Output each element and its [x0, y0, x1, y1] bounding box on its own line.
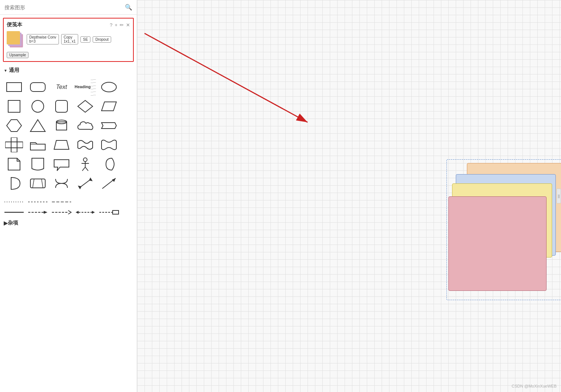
line-dotted-1[interactable] — [4, 198, 24, 206]
line-dotted-2[interactable] — [27, 198, 48, 206]
svg-line-20 — [85, 167, 88, 171]
notepad-edit-button[interactable]: ✏ — [120, 22, 124, 28]
shape-parallelogram[interactable] — [99, 97, 119, 115]
search-bar: 🔍 — [0, 0, 137, 15]
shape-rectangle[interactable] — [4, 78, 24, 96]
svg-rect-3 — [8, 100, 20, 112]
shape-rounded-square[interactable] — [51, 97, 72, 115]
misc-arrow-icon: ▶ — [4, 220, 8, 226]
shape-text[interactable]: Text — [51, 78, 72, 96]
section-label-general: 通用 — [9, 67, 19, 74]
shape-s-curve[interactable] — [51, 175, 72, 192]
shape-heading[interactable]: Heading — — — — — — — — — — — — — [75, 78, 96, 96]
watermark: CSDN @MoXinXueWEB — [512, 384, 557, 388]
shape-diagonal-arrow[interactable] — [99, 175, 119, 192]
svg-rect-5 — [56, 100, 67, 112]
shape-rounded-trapezoid[interactable] — [27, 175, 48, 192]
shape-document2[interactable] — [27, 155, 48, 173]
shape-square[interactable] — [4, 97, 24, 115]
line-dotted-3[interactable] — [51, 198, 72, 206]
shape-crescent[interactable] — [99, 155, 119, 173]
shape-grid: Text Heading — — — — — — — — — — — — — [0, 76, 137, 197]
svg-rect-39 — [113, 210, 119, 214]
svg-rect-13 — [11, 137, 17, 152]
shape-trapezoid[interactable] — [51, 136, 72, 154]
line-double-arrow[interactable] — [75, 209, 96, 216]
collapse-sidebar-handle[interactable]: || — [557, 189, 561, 203]
shape-ellipse[interactable] — [99, 78, 119, 96]
shape-diamond[interactable] — [75, 97, 96, 115]
stack-layer-3 — [7, 31, 20, 44]
svg-marker-37 — [92, 211, 95, 214]
svg-line-21 — [33, 179, 34, 188]
shape-resize-arrows[interactable] — [75, 175, 96, 192]
shape-triangle[interactable] — [27, 117, 48, 134]
canvas[interactable]: || CSDN @MoXinXueWEB — [137, 0, 561, 392]
shape-banner[interactable] — [99, 117, 119, 134]
svg-marker-27 — [112, 178, 116, 182]
notepad-title: 便笺本 — [7, 21, 22, 28]
shape-rounded-rect[interactable] — [27, 78, 48, 96]
notepad-section: 便笺本 ? + ✏ ✕ Depthwise Convb=3 Copy1x1, x… — [3, 18, 134, 62]
notepad-stack-icon[interactable] — [7, 31, 23, 47]
notepad-header: 便笺本 ? + ✏ ✕ — [7, 21, 130, 28]
notepad-shape-se[interactable]: SE — [80, 36, 90, 43]
line-open-arrow[interactable] — [51, 209, 72, 216]
line-solid[interactable] — [4, 209, 24, 216]
card-pink[interactable] — [448, 196, 547, 291]
section-header-misc[interactable]: ▶ 杂项 — [0, 217, 137, 229]
shape-cloud[interactable] — [75, 117, 96, 134]
svg-marker-15 — [54, 140, 69, 149]
svg-rect-1 — [30, 83, 45, 92]
svg-marker-7 — [102, 102, 116, 111]
shape-wave[interactable] — [75, 136, 96, 154]
section-header-general[interactable]: ▼ 通用 — [0, 65, 137, 76]
svg-line-41 — [145, 33, 308, 122]
sidebar: 🔍 便笺本 ? + ✏ ✕ Depthwise Convb=3 Copy1x1,… — [0, 0, 137, 392]
shape-callout[interactable] — [51, 155, 72, 173]
svg-marker-36 — [76, 211, 79, 214]
shape-cross[interactable] — [4, 136, 24, 154]
search-icon: 🔍 — [125, 4, 132, 11]
shape-document[interactable] — [4, 155, 24, 173]
svg-line-22 — [42, 179, 43, 188]
svg-rect-14 — [5, 142, 23, 148]
line-box-arrow[interactable] — [99, 209, 119, 216]
notepad-help-button[interactable]: ? — [110, 22, 112, 28]
shape-hexagon[interactable] — [4, 117, 24, 134]
section-label-misc: 杂项 — [8, 220, 18, 226]
line-shapes — [0, 197, 137, 207]
notepad-shape-upsample[interactable]: Upsample — [7, 52, 29, 58]
svg-marker-9 — [30, 120, 45, 132]
notepad-add-button[interactable]: + — [114, 22, 117, 28]
search-input[interactable] — [4, 4, 125, 10]
shape-wave2[interactable] — [99, 136, 119, 154]
shape-person[interactable] — [75, 155, 96, 173]
notepad-shape-dropout[interactable]: Dropout — [93, 36, 111, 43]
line-dashed-arrow[interactable] — [27, 209, 48, 216]
notepad-shape-depthwise[interactable]: Depthwise Convb=3 — [27, 34, 59, 44]
shape-cylinder[interactable] — [51, 117, 72, 134]
svg-point-2 — [102, 82, 116, 92]
shape-d-shape[interactable] — [4, 175, 24, 192]
notepad-actions: ? + ✏ ✕ — [110, 22, 130, 28]
notepad-shapes: Depthwise Convb=3 Copy1x1, x1 SE Dropout — [7, 31, 130, 47]
svg-rect-0 — [7, 83, 21, 92]
svg-marker-8 — [7, 120, 21, 132]
general-arrow-icon: ▼ — [4, 69, 7, 73]
svg-line-19 — [82, 167, 85, 171]
notepad-shape-copy[interactable]: Copy1x1, x1 — [61, 34, 78, 44]
arrow-shapes — [0, 207, 137, 217]
notepad-close-button[interactable]: ✕ — [126, 22, 130, 28]
svg-point-16 — [83, 158, 87, 162]
shape-folder[interactable] — [27, 136, 48, 154]
shape-circle[interactable] — [27, 97, 48, 115]
svg-point-4 — [32, 100, 44, 112]
svg-marker-6 — [78, 100, 93, 112]
svg-marker-33 — [44, 211, 47, 214]
